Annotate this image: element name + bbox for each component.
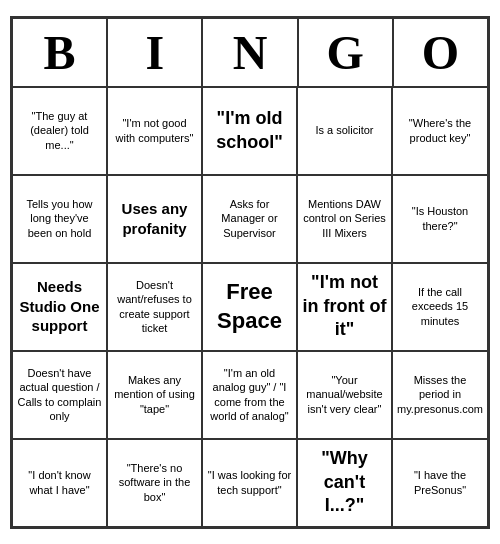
bingo-cell-0: "The guy at (dealer) told me..." bbox=[12, 87, 107, 175]
bingo-header: BINGO bbox=[12, 18, 488, 87]
bingo-cell-16: Makes any mention of using "tape" bbox=[107, 351, 202, 439]
bingo-cell-10: Needs Studio One support bbox=[12, 263, 107, 351]
bingo-letter-I: I bbox=[107, 18, 202, 87]
bingo-cell-18: "Your manual/website isn't very clear" bbox=[297, 351, 392, 439]
bingo-grid: "The guy at (dealer) told me...""I'm not… bbox=[12, 87, 488, 527]
bingo-cell-23: "Why can't I...?" bbox=[297, 439, 392, 527]
bingo-cell-15: Doesn't have actual question / Calls to … bbox=[12, 351, 107, 439]
bingo-letter-N: N bbox=[202, 18, 297, 87]
bingo-cell-9: "Is Houston there?" bbox=[392, 175, 488, 263]
bingo-cell-7: Asks for Manager or Supervisor bbox=[202, 175, 297, 263]
bingo-letter-O: O bbox=[393, 18, 488, 87]
bingo-cell-22: "I was looking for tech support" bbox=[202, 439, 297, 527]
bingo-cell-2: "I'm old school" bbox=[202, 87, 297, 175]
bingo-card: BINGO "The guy at (dealer) told me...""I… bbox=[10, 16, 490, 529]
bingo-cell-1: "I'm not good with computers" bbox=[107, 87, 202, 175]
bingo-cell-8: Mentions DAW control on Series III Mixer… bbox=[297, 175, 392, 263]
bingo-cell-11: Doesn't want/refuses to create support t… bbox=[107, 263, 202, 351]
bingo-cell-20: "I don't know what I have" bbox=[12, 439, 107, 527]
bingo-cell-14: If the call exceeds 15 minutes bbox=[392, 263, 488, 351]
bingo-cell-4: "Where's the product key" bbox=[392, 87, 488, 175]
bingo-letter-B: B bbox=[12, 18, 107, 87]
bingo-cell-12: Free Space bbox=[202, 263, 297, 351]
bingo-cell-6: Uses any profanity bbox=[107, 175, 202, 263]
bingo-cell-17: "I'm an old analog guy" / "I come from t… bbox=[202, 351, 297, 439]
bingo-cell-24: "I have the PreSonus" bbox=[392, 439, 488, 527]
bingo-cell-13: "I'm not in front of it" bbox=[297, 263, 392, 351]
bingo-cell-19: Misses the period in my.presonus.com bbox=[392, 351, 488, 439]
bingo-cell-5: Tells you how long they've been on hold bbox=[12, 175, 107, 263]
bingo-cell-21: "There's no software in the box" bbox=[107, 439, 202, 527]
bingo-letter-G: G bbox=[298, 18, 393, 87]
bingo-cell-3: Is a solicitor bbox=[297, 87, 392, 175]
